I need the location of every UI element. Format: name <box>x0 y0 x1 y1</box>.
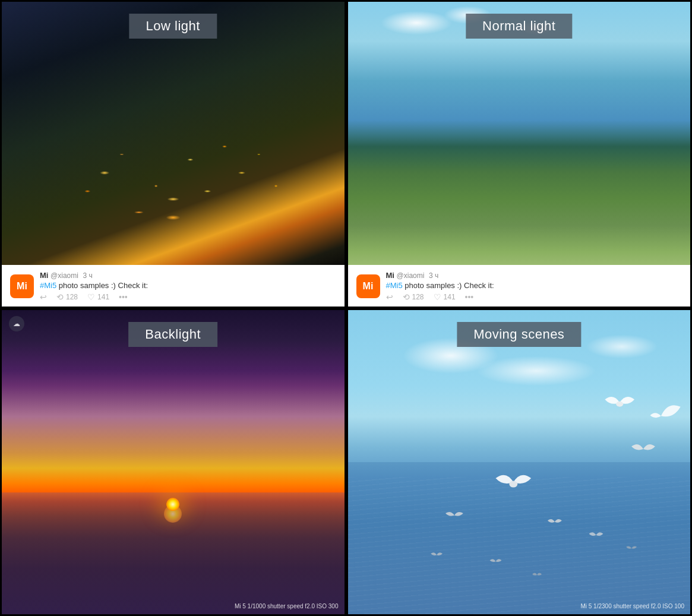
like-icon: ♡ <box>87 292 95 302</box>
tweet-time: 3 ч <box>83 271 93 280</box>
more-icon-2: ••• <box>465 292 474 302</box>
more-action-2[interactable]: ••• <box>465 292 474 302</box>
like-action-2[interactable]: ♡ 141 <box>434 292 456 302</box>
meta-moving-scenes: Mi 5 1/2300 shutter speed f2.0 ISO 100 <box>580 603 684 609</box>
reply-icon: ↩ <box>40 292 47 302</box>
tweet-content-low-light: Mi @xiaomi 3 ч #Mi5 photo samples :) Che… <box>40 271 336 302</box>
like-action[interactable]: ♡ 141 <box>87 292 109 302</box>
tweet-hashtag: #Mi5 <box>40 281 56 290</box>
photo-low-light[interactable]: Low light <box>2 2 345 265</box>
retweet-icon-2: ⟲ <box>403 292 410 302</box>
tweet-actions-normal-light: ↩ ⟲ 128 ♡ 141 ••• <box>386 292 682 302</box>
tweet-footer-low-light: Mi Mi @xiaomi 3 ч #Mi5 photo samples :) … <box>2 265 345 307</box>
card-normal-light: Normal light Mi Mi @xiaomi 3 ч #Mi5 phot… <box>346 0 693 308</box>
mi-logo-low-light: Mi <box>10 274 34 298</box>
card-backlight: ☁ Backlight Mi 5 1/1000 shutter speed f2… <box>0 308 346 617</box>
tweet-time-2: 3 ч <box>429 271 438 280</box>
retweet-action[interactable]: ⟲ 128 <box>56 292 78 302</box>
photo-grid: Low light Mi Mi @xiaomi 3 ч #Mi5 photo s… <box>0 0 692 616</box>
tweet-hashtag-2: #Mi5 <box>386 281 403 290</box>
retweet-count: 128 <box>66 293 78 301</box>
mi-logo-normal-light: Mi <box>356 274 380 298</box>
label-normal-light: Normal light <box>466 14 572 39</box>
meta-backlight: Mi 5 1/1000 shutter speed f2.0 ISO 300 <box>235 603 339 609</box>
tweet-actions-low-light: ↩ ⟲ 128 ♡ 141 ••• <box>40 292 336 302</box>
card-low-light: Low light Mi Mi @xiaomi 3 ч #Mi5 photo s… <box>0 0 346 308</box>
tweet-footer-normal-light: Mi Mi @xiaomi 3 ч #Mi5 photo samples :) … <box>348 265 691 307</box>
reply-icon-2: ↩ <box>386 292 393 302</box>
tweet-username-2: Mi <box>386 271 394 280</box>
reply-action-2[interactable]: ↩ <box>386 292 393 302</box>
like-icon-2: ♡ <box>434 292 441 302</box>
photo-normal-light[interactable]: Normal light <box>348 2 691 265</box>
tweet-content-normal-light: Mi @xiaomi 3 ч #Mi5 photo samples :) Che… <box>386 271 682 302</box>
retweet-count-2: 128 <box>412 293 424 301</box>
tweet-text-normal-light: #Mi5 photo samples :) Check it: <box>386 281 682 290</box>
tweet-text-low-light: #Mi5 photo samples :) Check it: <box>40 281 336 290</box>
like-count: 141 <box>97 293 109 301</box>
tweet-handle-2: @xiaomi <box>397 271 425 280</box>
photo-backlight[interactable]: ☁ Backlight Mi 5 1/1000 shutter speed f2… <box>2 310 345 615</box>
tweet-username: Mi <box>40 271 48 280</box>
tweet-handle: @xiaomi <box>50 271 78 280</box>
reply-action[interactable]: ↩ <box>40 292 47 302</box>
label-backlight: Backlight <box>128 322 217 347</box>
svg-point-0 <box>616 401 623 406</box>
more-icon: ••• <box>119 292 128 302</box>
retweet-action-2[interactable]: ⟲ 128 <box>403 292 424 302</box>
card-moving-scenes: Moving scenes Mi 5 1/2300 shutter speed … <box>346 308 693 617</box>
label-low-light: Low light <box>129 14 217 39</box>
photo-moving-scenes[interactable]: Moving scenes Mi 5 1/2300 shutter speed … <box>348 310 691 615</box>
label-moving-scenes: Moving scenes <box>457 322 581 347</box>
backlight-top-icon: ☁ <box>9 316 24 331</box>
like-count-2: 141 <box>444 293 456 301</box>
retweet-icon: ⟲ <box>56 292 64 302</box>
svg-point-1 <box>509 481 517 487</box>
more-action[interactable]: ••• <box>119 292 128 302</box>
